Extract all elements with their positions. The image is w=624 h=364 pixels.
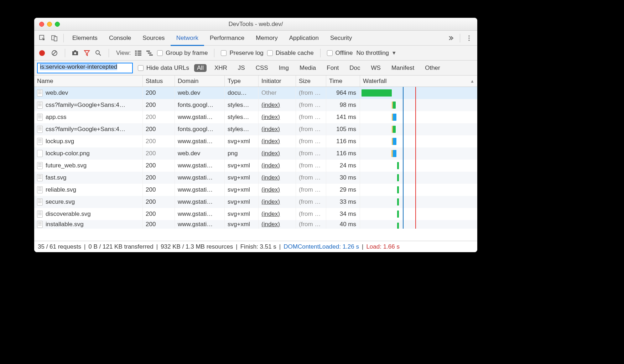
waterfall-cell xyxy=(360,196,477,208)
request-initiator[interactable]: (index) xyxy=(261,114,280,121)
column-size[interactable]: Size xyxy=(296,76,326,87)
table-row[interactable]: reliable.svg200www.gstati…svg+xml(index)… xyxy=(34,184,477,196)
tab-elements[interactable]: Elements xyxy=(67,31,103,46)
request-initiator[interactable]: (index) xyxy=(261,198,280,206)
request-initiator[interactable]: (index) xyxy=(261,162,280,169)
svg-rect-18 xyxy=(146,51,150,52)
table-row[interactable]: fast.svg200www.gstati…svg+xml(index)(fro… xyxy=(34,172,477,184)
column-initiator[interactable]: Initiator xyxy=(259,76,296,87)
filter-input[interactable]: is:service-worker-intercepted xyxy=(37,63,133,73)
request-type: svg+xml xyxy=(225,160,259,172)
request-name: future_web.svg xyxy=(46,162,87,169)
filter-type-all[interactable]: All xyxy=(194,64,207,72)
table-row[interactable]: app.css200www.gstati…styles…(index)(from… xyxy=(34,111,477,123)
group-by-frame-label: Group by frame xyxy=(166,50,208,57)
more-tabs-icon[interactable] xyxy=(446,33,456,43)
waterfall-view-icon[interactable] xyxy=(146,51,154,56)
filter-type-img[interactable]: Img xyxy=(276,64,292,72)
request-size: (from … xyxy=(296,147,326,160)
request-type: svg+xml xyxy=(225,208,259,220)
request-time: 141 ms xyxy=(326,111,360,123)
filter-type-js[interactable]: JS xyxy=(235,64,248,72)
filter-type-ws[interactable]: WS xyxy=(368,64,384,72)
column-status[interactable]: Status xyxy=(143,76,175,87)
request-type: svg+xml xyxy=(225,196,259,208)
table-row[interactable]: css?family=Google+Sans:4…200fonts.googl…… xyxy=(34,99,477,111)
table-row[interactable]: lockup.svg200www.gstati…svg+xml(index)(f… xyxy=(34,135,477,147)
request-initiator[interactable]: (index) xyxy=(261,221,280,228)
hide-data-urls-checkbox[interactable]: Hide data URLs xyxy=(138,64,189,72)
divider xyxy=(214,49,214,57)
device-toggle-icon[interactable] xyxy=(50,33,59,43)
table-row[interactable]: web.dev200web.devdocu…Other(from …964 ms xyxy=(34,87,477,99)
divider xyxy=(65,49,65,57)
request-initiator[interactable]: (index) xyxy=(261,150,280,157)
filter-type-media[interactable]: Media xyxy=(297,64,319,72)
waterfall-cell xyxy=(360,123,477,135)
filter-type-font[interactable]: Font xyxy=(324,64,342,72)
request-initiator[interactable]: (index) xyxy=(261,210,280,218)
grid-body[interactable]: web.dev200web.devdocu…Other(from …964 ms… xyxy=(34,87,477,241)
screenshot-icon[interactable] xyxy=(72,50,79,56)
request-time: 964 ms xyxy=(326,87,360,99)
table-row[interactable]: installable.svg200www.gstati…svg+xml(ind… xyxy=(34,220,477,229)
filter-type-other[interactable]: Other xyxy=(422,64,443,72)
tab-console[interactable]: Console xyxy=(103,31,137,46)
tab-performance[interactable]: Performance xyxy=(204,31,250,46)
clear-icon[interactable] xyxy=(51,50,58,56)
column-name[interactable]: Name xyxy=(34,76,143,87)
inspect-icon[interactable] xyxy=(37,33,47,43)
offline-checkbox[interactable]: Offline xyxy=(327,50,353,57)
column-time[interactable]: Time xyxy=(326,76,360,87)
record-icon[interactable] xyxy=(39,50,45,56)
request-domain: www.gstati… xyxy=(175,172,225,184)
request-size: (from … xyxy=(296,135,326,147)
request-initiator[interactable]: (index) xyxy=(261,102,280,109)
table-row[interactable]: secure.svg200www.gstati…svg+xml(index)(f… xyxy=(34,196,477,208)
filter-icon[interactable] xyxy=(83,50,91,56)
request-domain: www.gstati… xyxy=(175,111,225,123)
filter-type-xhr[interactable]: XHR xyxy=(212,64,230,72)
table-row[interactable]: lockup-color.png200web.devpng(index)(fro… xyxy=(34,147,477,160)
tab-memory[interactable]: Memory xyxy=(250,31,283,46)
throttling-select[interactable]: No throttling▾ xyxy=(356,49,396,57)
column-waterfall[interactable]: Waterfall▲ xyxy=(360,76,477,87)
tab-network[interactable]: Network xyxy=(171,31,204,46)
tab-sources[interactable]: Sources xyxy=(137,31,170,46)
tab-security[interactable]: Security xyxy=(324,31,358,46)
kebab-menu-icon[interactable] xyxy=(464,33,474,43)
tab-application[interactable]: Application xyxy=(284,31,324,46)
preserve-log-checkbox[interactable]: Preserve log xyxy=(221,50,263,57)
request-name: fast.svg xyxy=(46,174,67,181)
request-domain: www.gstati… xyxy=(175,184,225,196)
request-name: lockup-color.png xyxy=(46,150,90,157)
network-toolbar: View: Group by frame Preserve log Disabl… xyxy=(34,46,477,61)
filter-type-doc[interactable]: Doc xyxy=(347,64,363,72)
request-size: (from … xyxy=(296,87,326,99)
disable-cache-checkbox[interactable]: Disable cache xyxy=(267,50,314,57)
request-initiator[interactable]: (index) xyxy=(261,126,280,133)
table-row[interactable]: future_web.svg200www.gstati…svg+xml(inde… xyxy=(34,160,477,172)
preserve-log-label: Preserve log xyxy=(229,50,263,57)
large-rows-icon[interactable] xyxy=(134,51,142,56)
panel-tabstrip: ElementsConsoleSourcesNetworkPerformance… xyxy=(34,31,477,46)
filter-bar: is:service-worker-intercepted Hide data … xyxy=(34,61,477,76)
filter-type-manifest[interactable]: Manifest xyxy=(389,64,417,72)
column-domain[interactable]: Domain xyxy=(175,76,225,87)
request-initiator[interactable]: (index) xyxy=(261,138,280,145)
request-initiator[interactable]: (index) xyxy=(261,174,280,181)
search-icon[interactable] xyxy=(94,50,102,56)
column-type[interactable]: Type xyxy=(225,76,259,87)
request-size: (from … xyxy=(296,111,326,123)
request-type: svg+xml xyxy=(225,184,259,196)
table-row[interactable]: css?family=Google+Sans:4…200fonts.googl…… xyxy=(34,123,477,135)
waterfall-cell xyxy=(360,184,477,196)
group-by-frame-checkbox[interactable]: Group by frame xyxy=(157,50,208,57)
titlebar: DevTools - web.dev/ xyxy=(34,18,477,31)
request-name: css?family=Google+Sans:4… xyxy=(46,102,125,109)
request-status: 200 xyxy=(143,184,175,196)
table-row[interactable]: discoverable.svg200www.gstati…svg+xml(in… xyxy=(34,208,477,220)
request-initiator[interactable]: (index) xyxy=(261,186,280,193)
filter-type-css[interactable]: CSS xyxy=(253,64,271,72)
request-type: styles… xyxy=(225,111,259,123)
